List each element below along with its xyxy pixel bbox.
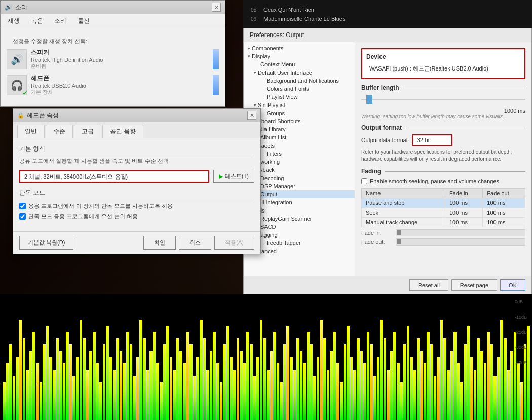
fade-cell-fadeIn: 100 ms bbox=[445, 218, 482, 227]
window-close-btn[interactable]: ✕ bbox=[212, 3, 221, 12]
ok-btn[interactable]: OK bbox=[500, 279, 525, 291]
reset-page-btn[interactable]: Reset page bbox=[451, 279, 497, 291]
spectrum-bar bbox=[336, 363, 339, 420]
tree-item-playlist-view[interactable]: Playlist View bbox=[244, 93, 355, 101]
app-menubar: 재생 녹음 소리 툴신 bbox=[1, 14, 225, 28]
spectrum-label-30db: -30dB bbox=[515, 345, 527, 350]
spectrum-bar bbox=[136, 357, 139, 420]
tree-item-context-menu[interactable]: Context Menu bbox=[244, 60, 355, 68]
spectrum-label-20db: -20dB bbox=[515, 330, 527, 335]
menu-item-record[interactable]: 녹음 bbox=[28, 16, 46, 26]
fade-cell-name: Manual track change bbox=[362, 218, 445, 227]
spectrum-bar bbox=[116, 338, 119, 420]
spectrum-bar bbox=[313, 376, 316, 420]
exclusive-label-1: 응용 프로그램에서 이 장치의 단독 모드를 사용하도록 허용 bbox=[28, 202, 173, 210]
spectrum-bar bbox=[200, 320, 203, 420]
fade-table-row[interactable]: Seek100 ms100 ms bbox=[362, 208, 525, 218]
fading-checkbox-row[interactable]: Enable smooth seeking, pause and volume … bbox=[361, 178, 525, 184]
tab-spatial[interactable]: 공간 음향 bbox=[102, 125, 143, 138]
fade-table-row[interactable]: Pause and stop100 ms100 ms bbox=[362, 198, 525, 208]
spectrum-bar bbox=[49, 357, 52, 420]
output-format-section: Output format Output data format 32-bit … bbox=[361, 124, 525, 163]
fading-line bbox=[385, 171, 525, 172]
spectrum-bar bbox=[286, 326, 289, 420]
spectrum-area: 0dB -10dB -20dB -30dB -40dB bbox=[0, 294, 532, 420]
spectrum-bar bbox=[504, 338, 507, 420]
spectrum-bar bbox=[53, 370, 56, 420]
spectrum-bar bbox=[72, 376, 75, 420]
buffer-section: Buffer length 1000 ms Warning: setting t… bbox=[361, 84, 525, 119]
fading-checkbox[interactable] bbox=[361, 178, 367, 184]
headphone-level-bar bbox=[213, 75, 219, 95]
fade-cell-fadeOut: 100 ms bbox=[483, 198, 525, 208]
spectrum-bar bbox=[477, 338, 480, 420]
device-section: Device WASAPI (push) : 헤드폰(Realtek USB2.… bbox=[361, 48, 525, 79]
spectrum-bar bbox=[196, 357, 199, 420]
fade-out-thumb[interactable] bbox=[397, 239, 401, 244]
tree-item-colors-and-fonts[interactable]: Colors and Fonts bbox=[244, 85, 355, 93]
fade-out-slider[interactable] bbox=[396, 238, 525, 246]
spectrum-bar bbox=[410, 357, 413, 420]
exclusive-title: 단독 모드 bbox=[19, 189, 254, 199]
tree-item-background-and-notifications[interactable]: Background and Notifications bbox=[244, 77, 355, 85]
dialog-content: 기본 형식 공유 모드에서 실행할 때 사용할 샘플 속도 및 비트 수준 선택… bbox=[13, 138, 260, 231]
spectrum-bar bbox=[86, 370, 89, 420]
test-btn[interactable]: ▶ 테스트(T) bbox=[213, 170, 254, 183]
device-select-label: 설정을 수정할 재생 장치 선택: bbox=[7, 34, 219, 48]
fade-col-out: Fade out bbox=[483, 189, 525, 198]
menu-item-playback[interactable]: 재생 bbox=[5, 16, 23, 26]
spectrum-bar bbox=[170, 357, 173, 420]
cancel-btn[interactable]: 취소 bbox=[179, 236, 211, 250]
tree-arrow-icon: ▸ bbox=[248, 46, 250, 51]
spectrum-bar bbox=[143, 338, 146, 420]
spectrum-bar bbox=[500, 320, 503, 420]
exclusive-checkbox-1[interactable] bbox=[19, 203, 26, 209]
spectrum-bar bbox=[430, 344, 433, 420]
spectrum-bar bbox=[9, 344, 12, 420]
exclusive-check-1[interactable]: 응용 프로그램에서 이 장치의 단독 모드를 사용하도록 허용 bbox=[19, 202, 254, 210]
spectrum-bar bbox=[126, 332, 129, 420]
tree-item-default-user-interface[interactable]: ▾Default User Interface bbox=[244, 68, 355, 77]
menu-item-tools[interactable]: 툴신 bbox=[74, 16, 93, 26]
spectrum-bar bbox=[347, 326, 350, 420]
output-format-title: Output format bbox=[361, 124, 402, 131]
spectrum-bar bbox=[176, 338, 179, 420]
spectrum-bar bbox=[303, 363, 306, 420]
spectrum-bar bbox=[156, 363, 159, 420]
dialog-close-btn[interactable]: ✕ bbox=[247, 111, 256, 120]
format-dropdown[interactable]: 2 채널, 32비트, 384000Hz(스튜디오 음질) bbox=[19, 170, 209, 183]
exclusive-check-2[interactable]: 단독 모드 응용 프로그램에게 우선 순위 허용 bbox=[19, 213, 254, 220]
spectrum-bar bbox=[246, 332, 249, 420]
buffer-slider[interactable] bbox=[361, 94, 525, 104]
spectrum-bar bbox=[273, 332, 276, 420]
speaker-status: 준비됨 bbox=[31, 63, 209, 70]
fade-in-thumb[interactable] bbox=[397, 230, 401, 235]
tab-advanced[interactable]: 고급 bbox=[74, 125, 101, 138]
speaker-device-row[interactable]: 🔊 스피커 Realtek High Definition Audio 준비됨 bbox=[7, 48, 219, 70]
spectrum-bar bbox=[66, 332, 69, 420]
exclusive-checkbox-2[interactable] bbox=[19, 213, 26, 220]
spectrum-bar bbox=[387, 370, 390, 420]
tab-general[interactable]: 일반 bbox=[17, 125, 45, 138]
headphone-device-row[interactable]: 🎧 ✓ 헤드폰 Realtek USB2.0 Audio 기본 장치 bbox=[7, 74, 219, 96]
slider-track bbox=[361, 99, 525, 100]
tab-level[interactable]: 수준 bbox=[46, 125, 73, 138]
apply-btn[interactable]: 적용(A) bbox=[214, 236, 254, 250]
tree-item-display[interactable]: ▾Display bbox=[244, 52, 355, 60]
menu-item-sound[interactable]: 소리 bbox=[51, 16, 69, 26]
tree-item-label: Groups bbox=[267, 110, 285, 116]
tree-item-components[interactable]: ▸Components bbox=[244, 44, 355, 52]
format-label: Output data format bbox=[361, 137, 408, 143]
fade-table-row[interactable]: Manual track change100 ms100 ms bbox=[362, 218, 525, 227]
confirm-btn[interactable]: 확인 bbox=[143, 236, 176, 250]
reset-all-btn[interactable]: Reset all bbox=[409, 279, 448, 291]
spectrum-bar bbox=[360, 351, 363, 420]
fade-in-slider[interactable] bbox=[396, 229, 525, 236]
slider-thumb[interactable] bbox=[366, 95, 372, 104]
restore-defaults-btn[interactable]: 기본값 복원(D) bbox=[19, 236, 73, 250]
spectrum-bar bbox=[253, 376, 256, 420]
spectrum-bar bbox=[333, 332, 336, 420]
spectrum-bar bbox=[380, 320, 383, 420]
spectrum-label-10db: -10dB bbox=[515, 314, 527, 320]
tree-item-label: Colors and Fonts bbox=[267, 86, 309, 92]
